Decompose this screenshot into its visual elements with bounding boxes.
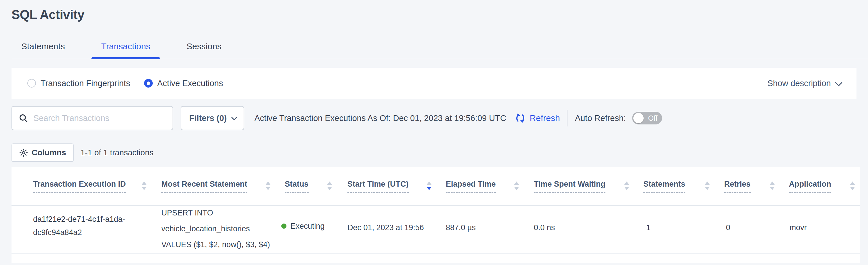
sort-icon[interactable]: [850, 182, 856, 190]
chevron-down-icon: [835, 79, 842, 86]
controls-row: Filters (0) Active Transaction Execution…: [11, 106, 857, 130]
columns-button[interactable]: Columns: [11, 143, 74, 162]
filters-label: Filters (0): [189, 113, 227, 123]
column-header-time-spent-waiting[interactable]: Time Spent Waiting: [534, 180, 606, 193]
auto-refresh-state: Off: [648, 112, 657, 125]
filters-button[interactable]: Filters (0): [181, 106, 244, 130]
tab-bar: Statements Transactions Sessions: [11, 34, 868, 59]
sort-icon[interactable]: [427, 182, 432, 190]
results-count: 1-1 of 1 transactions: [81, 148, 154, 157]
vertical-divider: [567, 110, 567, 127]
column-header-application[interactable]: Application: [789, 180, 831, 193]
radio-transaction-fingerprints[interactable]: Transaction Fingerprints: [27, 79, 130, 88]
table-row-divider: [11, 254, 860, 254]
table-toolbar: Columns 1-1 of 1 transactions: [11, 143, 153, 162]
as-of-text: Active Transaction Executions As Of: Dec…: [254, 113, 506, 123]
columns-button-label: Columns: [32, 148, 66, 157]
column-header-elapsed-time[interactable]: Elapsed Time: [446, 180, 496, 193]
auto-refresh-label: Auto Refresh:: [575, 113, 626, 123]
column-header-start-time[interactable]: Start Time (UTC): [347, 180, 409, 193]
radio-label: Active Executions: [157, 79, 223, 88]
chevron-down-icon: [231, 115, 237, 121]
sort-icon[interactable]: [266, 182, 271, 190]
sort-icon[interactable]: [705, 182, 710, 190]
cell-most-recent-statement: UPSERT INTO vehicle_location_histories V…: [161, 205, 276, 253]
cell-application: movr: [789, 223, 807, 233]
sort-icon[interactable]: [514, 182, 520, 190]
column-header-retries[interactable]: Retries: [724, 180, 751, 193]
search-icon: [19, 113, 28, 123]
column-header-most-recent-statement[interactable]: Most Recent Statement: [161, 180, 247, 193]
view-mode-radio-group: Transaction Fingerprints Active Executio…: [27, 79, 223, 88]
table-header-divider: [11, 205, 860, 206]
toggle-knob-icon: [633, 113, 644, 123]
column-header-statements[interactable]: Statements: [643, 180, 685, 193]
sql-activity-page: SQL Activity Statements Transactions Ses…: [0, 0, 868, 265]
radio-label: Transaction Fingerprints: [40, 79, 130, 88]
cell-time-spent-waiting: 0.0 ns: [534, 223, 555, 233]
column-header-transaction-execution-id[interactable]: Transaction Execution ID: [33, 180, 126, 193]
tab-sessions[interactable]: Sessions: [177, 34, 231, 59]
view-mode-panel: Transaction Fingerprints Active Executio…: [11, 68, 857, 99]
sort-icon[interactable]: [770, 182, 775, 190]
sort-icon[interactable]: [327, 182, 333, 190]
auto-refresh-toggle[interactable]: Off: [632, 112, 662, 125]
radio-active-executions[interactable]: Active Executions: [144, 79, 223, 88]
column-header-status[interactable]: Status: [285, 180, 309, 193]
search-input[interactable]: [33, 113, 166, 123]
cell-start-time: Dec 01, 2023 at 19:56: [347, 223, 424, 233]
transactions-table: Transaction Execution ID Most Recent Sta…: [11, 167, 860, 263]
sort-icon[interactable]: [624, 182, 630, 190]
status-label: Executing: [290, 221, 325, 231]
status-executing-dot-icon: [281, 223, 286, 229]
radio-icon[interactable]: [27, 79, 36, 87]
show-description-toggle[interactable]: Show description: [767, 79, 841, 88]
cell-elapsed-time: 887.0 µs: [446, 223, 476, 233]
cell-transaction-execution-id[interactable]: da1f21e2-de71-4c1f-a1da-dc9fc94a84a2: [33, 213, 134, 239]
gear-icon: [19, 148, 28, 157]
show-description-label: Show description: [767, 79, 831, 88]
tab-transactions[interactable]: Transactions: [91, 34, 160, 59]
cell-statements: 1: [646, 223, 651, 233]
tab-statements[interactable]: Statements: [11, 34, 75, 59]
radio-icon[interactable]: [144, 79, 153, 87]
refresh-button[interactable]: Refresh: [514, 112, 560, 124]
cell-status: Executing: [281, 221, 325, 231]
cell-retries: 0: [726, 223, 730, 233]
page-title: SQL Activity: [11, 7, 84, 22]
refresh-label: Refresh: [530, 113, 560, 123]
refresh-icon: [514, 112, 526, 124]
search-box[interactable]: [11, 106, 173, 130]
sort-icon[interactable]: [142, 182, 147, 190]
